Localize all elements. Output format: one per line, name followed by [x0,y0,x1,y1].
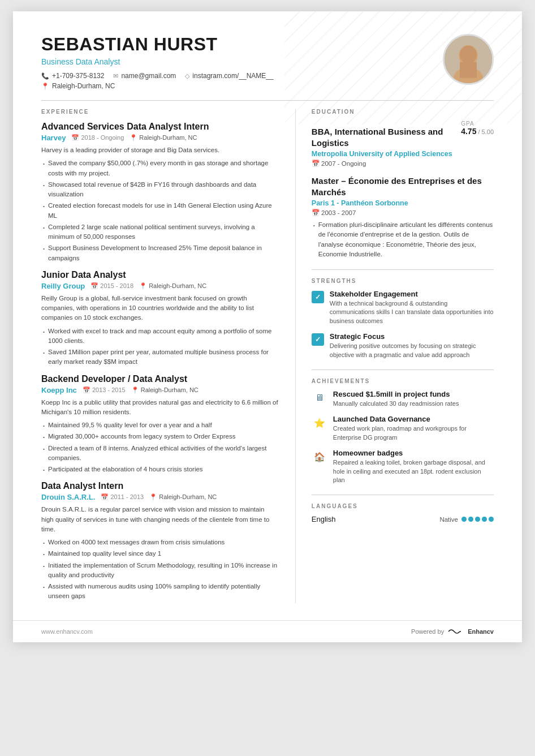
social-contact: ◇ instagram.com/__NAME__ [185,72,273,80]
achievement-title-2: Homeowner badges [333,449,494,457]
location-contact: 📍 Raleigh-Durham, NC [41,82,274,90]
experience-item-2: Backend Developer / Data Analyst Koepp I… [41,374,278,475]
experience-item-3: Data Analyst Intern Drouin S.A.R.L. 📅 20… [41,481,278,601]
job-date-icon-0: 📅 2018 - Ongoing [71,134,124,141]
job-desc-3: Drouin S.A.R.L. is a regular parcel serv… [41,505,278,534]
bullet-item: Maintained top quality level since day 1 [41,549,278,559]
achievement-title-0: Rescued $1.5mill in project funds [333,390,459,398]
job-location-3: 📍 Raleigh-Durham, NC [149,493,217,501]
achievement-title-1: Launched Data Governance [333,415,494,423]
lang-dot-0-0 [461,517,467,522]
avatar [443,34,494,85]
strength-title-1: Strategic Focus [330,332,494,341]
bullet-item: Assisted with numerous audits using 100%… [41,582,278,602]
job-bullets-3: Worked on 4000 text messages drawn from … [41,538,278,602]
footer-website: www.enhancv.com [41,628,93,635]
edu-date-0: 📅 2007 - Ongoing [312,160,494,167]
job-meta-3: Drouin S.A.R.L. 📅 2011 - 2013 📍 Raleigh-… [41,493,278,501]
email-address: name@gmail.com [121,72,176,80]
language-level-0: Native [439,516,494,523]
bullet-item: Maintained 99,5 % quality level for over… [41,420,278,430]
edu-gpa-0: GPA 4.75 / 5.00 [461,121,494,136]
languages-section-label: LANGUAGES [312,503,494,509]
job-bullets-2: Maintained 99,5 % quality level for over… [41,420,278,474]
education-list: BBA, International Business and Logistic… [312,121,494,259]
lang-dot-0-2 [475,517,480,522]
job-bullets-0: Saved the company $50,000 (.7%) every mo… [41,158,278,263]
education-item-0: BBA, International Business and Logistic… [312,121,494,167]
bullet-item: Migrated 30,000+ accounts from legacy sy… [41,432,278,441]
header-divider [41,100,494,101]
education-item-1: Master – Économie des Entreprises et des… [312,175,494,259]
candidate-title: Business Data Analyst [41,57,274,66]
location-icon: 📍 [41,83,49,90]
edu-degree-1: Master – Économie des Entreprises et des… [312,175,494,197]
social-handle: instagram.com/__NAME__ [192,72,273,80]
strength-title-0: Stakeholder Engagement [330,290,494,298]
header-left: SEBASTIAN HURST Business Data Analyst 📞 … [41,34,274,90]
bullet-item: Participated at the elaboration of 4 hou… [41,465,278,474]
achievement-icon-0: 🖥 [312,390,327,406]
email-contact: ✉ name@gmail.com [113,72,176,80]
achievement-content-0: Rescued $1.5mill in project funds Manual… [333,390,459,408]
job-company-1: Reilly Group [41,282,85,290]
strength-desc-1: Delivering positive outcomes by focusing… [330,342,494,359]
main-content: EXPERIENCE Advanced Services Data Analys… [41,109,494,603]
strength-desc-0: With a technical background & outstandin… [330,299,494,325]
left-column: EXPERIENCE Advanced Services Data Analys… [41,109,278,603]
svg-rect-4 [460,62,477,78]
achievements-list: 🖥 Rescued $1.5mill in project funds Manu… [312,390,494,484]
achievement-desc-1: Created work plan, roadmap and workgroup… [333,424,494,442]
language-level-text-0: Native [439,516,458,523]
check-icon-0 [312,291,324,303]
job-company-0: Harvey [41,134,66,142]
experience-list: Advanced Services Data Analyst Intern Ha… [41,122,278,602]
brand-logo-icon [447,628,464,635]
language-dots-0 [461,517,494,522]
job-date-icon-1: 📅 2015 - 2018 [90,282,133,290]
powered-by-label: Powered by [411,628,444,635]
check-icon-1 [312,333,324,346]
job-location-1: 📍 Raleigh-Durham, NC [139,282,206,290]
achievement-icon-1: ⭐ [312,415,327,431]
footer-brand: Powered by Enhancv [411,628,494,635]
phone-icon: 📞 [41,72,49,80]
bullet-item: Directed a team of 8 interns. Analyzed e… [41,444,278,463]
bullet-item: Initiated the implementation of Scrum Me… [41,561,278,581]
email-icon: ✉ [113,72,118,80]
job-location-2: 📍 Raleigh-Durham, NC [131,386,199,394]
job-company-2: Koepp Inc [41,386,77,394]
job-meta-2: Koepp Inc 📅 2013 - 2015 📍 Raleigh-Durham… [41,386,278,394]
achievements-section-label: ACHIEVEMENTS [312,378,494,384]
bullet-item: Showcased total revenue of $42B in FY16 … [41,180,278,200]
languages-divider [312,495,494,495]
education-section-label: EDUCATION [312,109,494,115]
bullet-item: Created election forecast models for use… [41,201,278,221]
job-date-icon-3: 📅 2011 - 2013 [101,493,144,501]
job-bullets-1: Worked with excel to track and map accou… [41,327,278,367]
job-desc-2: Koepp Inc is a public utility that provi… [41,398,278,418]
achievement-content-1: Launched Data Governance Created work pl… [333,415,494,442]
job-meta-0: Harvey 📅 2018 - Ongoing 📍 Raleigh-Durham… [41,134,278,142]
bullet-item: Worked with excel to track and map accou… [41,327,278,346]
social-icon: ◇ [185,72,189,80]
header-section: SEBASTIAN HURST Business Data Analyst 📞 … [41,34,494,90]
edu-gpa-row-0: BBA, International Business and Logistic… [312,121,494,158]
strength-content-1: Strategic Focus Delivering positive outc… [330,332,494,359]
achievements-divider [312,370,494,370]
edu-date-1: 📅 2003 - 2007 [312,209,494,217]
achievement-item-2: 🏠 Homeowner badges Repaired a leaking to… [312,449,494,484]
language-item-0: English Native [312,515,494,523]
job-date-icon-2: 📅 2013 - 2015 [83,386,126,394]
bullet-item: Worked on 4000 text messages drawn from … [41,538,278,547]
contact-row: 📞 +1-709-375-8132 ✉ name@gmail.com ◇ ins… [41,72,274,80]
lang-dot-0-3 [482,517,487,522]
strengths-list: Stakeholder Engagement With a technical … [312,290,494,359]
job-desc-1: Reilly Group is a global, full-service i… [41,294,278,323]
experience-section-label: EXPERIENCE [41,109,278,115]
achievement-desc-2: Repaired a leaking toilet, broken garbag… [333,458,494,484]
bullet-item: Support Business Development to Increase… [41,243,278,263]
job-desc-0: Harvey is a leading provider of storage … [41,145,278,155]
candidate-name: SEBASTIAN HURST [41,34,274,55]
achievement-desc-0: Manually calculated 30 day readmission r… [333,400,459,408]
